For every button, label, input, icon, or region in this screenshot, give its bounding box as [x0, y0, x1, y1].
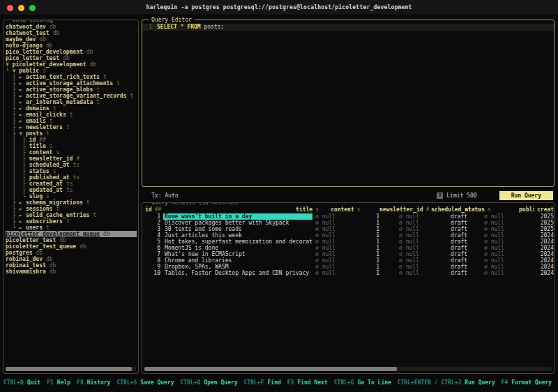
cell-published-at[interactable]: ∅ null — [484, 257, 536, 264]
cell-published-at[interactable]: ∅ null — [484, 251, 536, 257]
keybinding-item[interactable]: CTRL+FFind — [244, 379, 281, 386]
cell-newsletter-id[interactable]: 1 — [350, 239, 396, 245]
cell-content[interactable]: ∅ null — [315, 226, 347, 232]
cell-content[interactable]: ∅ null — [315, 257, 347, 264]
column-header[interactable]: contents — [331, 206, 377, 213]
results-scrollbar-thumb[interactable] — [144, 367, 397, 371]
column-header[interactable]: statuss — [465, 206, 516, 213]
catalog-item[interactable]: picoletter_testdb — [6, 237, 138, 243]
catalog-item[interactable]: chatwoot_devdb — [6, 24, 138, 30]
cell-content[interactable]: ∅ null — [315, 239, 347, 245]
cell-status[interactable]: draft — [451, 232, 481, 239]
cell-id[interactable]: 6 — [144, 245, 160, 251]
editor-body[interactable]: 1SELECT * FROM posts; — [142, 20, 554, 31]
cell-newsletter-id[interactable]: 1 — [350, 257, 396, 264]
column-header[interactable]: created_atts — [537, 206, 555, 213]
cell-scheduled-at[interactable]: ∅ null — [399, 257, 448, 264]
catalog-item[interactable]: ├ ► ar_internal_metadatat — [6, 99, 138, 105]
cell-published-at[interactable]: ∅ null — [484, 226, 536, 232]
table-row[interactable]: 10Tables, Faster Desktop Apps and CDN pr… — [144, 270, 554, 276]
catalog-item[interactable]: ├ ► active_storage_blobst — [6, 86, 138, 93]
table-row[interactable]: 7What's new in ECMAScript∅ null1∅ nulldr… — [144, 251, 554, 257]
catalog-item[interactable]: ▼ picoletter_developmentdb — [6, 61, 138, 68]
catalog-item[interactable]: └ ▼ publics — [6, 68, 138, 74]
cell-created-at[interactable]: 2024 — [538, 251, 554, 257]
cell-created-at[interactable]: 2024 — [538, 264, 554, 270]
zoom-window-button[interactable] — [29, 5, 36, 11]
catalog-item[interactable]: │ ├ contents — [6, 149, 138, 156]
cell-content[interactable]: ∅ null — [315, 245, 347, 251]
cell-status[interactable]: draft — [451, 257, 481, 264]
cell-title[interactable]: Discover packages better with Skypack — [163, 220, 312, 226]
column-header[interactable]: titles — [296, 206, 328, 213]
catalog-item[interactable]: │ ├ id## — [6, 137, 138, 143]
cell-newsletter-id[interactable]: 1 — [350, 226, 396, 232]
column-header[interactable]: id## — [144, 206, 293, 213]
cell-content[interactable]: ∅ null — [315, 220, 347, 226]
catalog-item[interactable]: ├ ► newsletterst — [6, 124, 138, 130]
cell-created-at[interactable]: 2025 — [538, 213, 554, 220]
cell-created-at[interactable]: 2025 — [538, 226, 554, 232]
catalog-item[interactable]: ├ ► active_storage_variant_recordst — [6, 93, 138, 99]
catalog-item[interactable]: ├ ► action_text_rich_textst — [6, 74, 138, 80]
catalog-item[interactable]: shivammishradb — [6, 269, 138, 275]
cell-content[interactable]: ∅ null — [315, 270, 347, 276]
catalog-item[interactable]: │ └ slugs — [6, 193, 138, 199]
cell-content[interactable]: ∅ null — [315, 264, 347, 270]
catalog-item[interactable]: ├ ► sessionst — [6, 206, 138, 212]
minimize-window-button[interactable] — [18, 5, 24, 11]
cell-title[interactable]: Tables, Faster Desktop Apps and CDN priv… — [163, 270, 312, 276]
keybinding-item[interactable]: F4Format Query — [502, 379, 552, 386]
cell-id[interactable]: 3 — [144, 226, 160, 232]
catalog-item[interactable]: │ ├ titles — [6, 143, 138, 149]
catalog-item[interactable]: │ ├ created_atts — [6, 181, 138, 187]
cell-scheduled-at[interactable]: ∅ null — [399, 270, 448, 276]
catalog-scrollbar-thumb[interactable] — [6, 367, 132, 371]
cell-scheduled-at[interactable]: ∅ null — [399, 220, 448, 226]
cell-scheduled-at[interactable]: ∅ null — [399, 245, 448, 251]
cell-id[interactable]: 10 — [144, 270, 160, 276]
catalog-item[interactable]: │ ├ newsletter_id# — [6, 156, 138, 162]
cell-status[interactable]: draft — [451, 239, 481, 245]
keybinding-item[interactable]: CTRL+QQuit — [3, 379, 40, 386]
cell-created-at[interactable]: 2025 — [538, 220, 554, 226]
catalog-item[interactable]: pico_letter_testdb — [6, 55, 138, 61]
catalog-item[interactable]: │ ├ statuss — [6, 168, 138, 174]
catalog-item[interactable]: ├ ► active_storage_attachmentst — [6, 80, 138, 86]
catalog-item[interactable]: chatwoot_testdb — [6, 30, 138, 36]
cell-published-at[interactable]: ∅ null — [484, 220, 536, 226]
keybinding-item[interactable]: F1Help — [47, 379, 70, 386]
tx-mode-label[interactable]: Tx: Auto — [151, 193, 179, 199]
cell-status[interactable]: draft — [451, 270, 481, 276]
cell-newsletter-id[interactable]: 1 — [350, 270, 396, 276]
keybinding-item[interactable]: F8History — [77, 379, 110, 386]
cell-scheduled-at[interactable]: ∅ null — [399, 232, 448, 239]
cell-published-at[interactable]: ∅ null — [484, 264, 536, 270]
limit-label[interactable]: Limit 500 — [446, 193, 476, 199]
cell-status[interactable]: draft — [451, 264, 481, 270]
catalog-item[interactable]: noto-djangodb — [6, 43, 138, 49]
cell-title[interactable]: Hot takes, superfast memoization and dec… — [163, 239, 312, 245]
column-header[interactable]: published_atts — [519, 206, 534, 213]
catalog-item[interactable]: robinai_testdb — [6, 262, 138, 269]
cell-title[interactable]: Chrome and libraries — [163, 257, 312, 264]
cell-content[interactable]: ∅ null — [315, 213, 347, 220]
cell-created-at[interactable]: 2024 — [538, 270, 554, 276]
catalog-item[interactable]: │ ├ published_atts — [6, 174, 138, 181]
cell-status[interactable]: draft — [451, 220, 481, 226]
catalog-item[interactable]: picoletter_test_queuedb — [6, 243, 138, 250]
cell-published-at[interactable]: ∅ null — [484, 245, 536, 251]
cell-id[interactable]: 4 — [144, 232, 160, 239]
cell-content[interactable]: ∅ null — [315, 251, 347, 257]
table-row[interactable]: 1Rome wasn't built in a day∅ null1∅ null… — [144, 213, 554, 220]
cell-id[interactable]: 2 — [144, 220, 160, 226]
query-editor-panel[interactable]: Query Editor 1SELECT * FROM posts; — [142, 20, 555, 187]
cell-scheduled-at[interactable]: ∅ null — [399, 264, 448, 270]
column-header[interactable]: newsletter_id# — [379, 206, 428, 213]
column-header[interactable]: scheduled_atts — [431, 206, 462, 213]
cell-scheduled-at[interactable]: ∅ null — [399, 251, 448, 257]
catalog-item[interactable]: maybe_devdb — [6, 36, 138, 43]
cell-created-at[interactable]: 2024 — [538, 245, 554, 251]
catalog-item[interactable]: ├ ► email_clickst — [6, 112, 138, 118]
cell-published-at[interactable]: ∅ null — [484, 270, 536, 276]
